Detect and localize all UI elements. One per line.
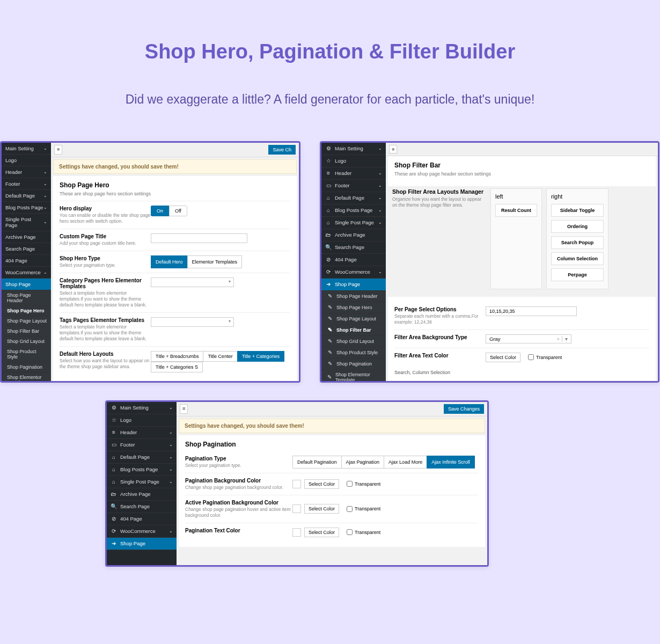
sidebar-subitem[interactable]: ✎Shop Pagination: [321, 358, 386, 370]
sidebar-subitem[interactable]: ✎Shop Product Style: [321, 347, 386, 358]
sidebar-item[interactable]: ⌂Single Post Page⌄: [107, 476, 177, 488]
sidebar-subitem[interactable]: ➜Shop Page: [321, 279, 386, 291]
toggle-off[interactable]: Off: [169, 206, 187, 216]
sidebar-item[interactable]: ⌂Default Page⌄: [107, 451, 177, 464]
option-button[interactable]: Ajax Pagination: [341, 456, 385, 469]
transparent-label: Transparent: [355, 506, 380, 511]
sidebar-subitem[interactable]: ✎Shop Grid Layout: [321, 336, 386, 347]
sidebar-item[interactable]: ≡Header⌄: [321, 167, 386, 180]
option-button[interactable]: Title Center: [203, 351, 237, 362]
sidebar-subitem[interactable]: Shop Page Layout: [2, 316, 51, 326]
save-button[interactable]: Save Ch: [268, 145, 296, 155]
sidebar-subitem[interactable]: Shop Filter Bar: [2, 326, 51, 336]
select-color-button[interactable]: Select Color: [486, 353, 520, 362]
layout-card[interactable]: Perpage: [551, 268, 604, 281]
sidebar-subitem[interactable]: Shop Elementor Template: [2, 372, 51, 381]
option-button[interactable]: Title + Categories: [237, 351, 284, 362]
sidebar-item[interactable]: ⊘404 Page: [321, 254, 386, 266]
sidebar-item[interactable]: Footer⌄: [2, 178, 51, 190]
layout-card[interactable]: Result Count: [495, 204, 537, 217]
chevron-down-icon[interactable]: ▾: [562, 336, 568, 342]
select-color-button[interactable]: Select Color: [304, 479, 339, 489]
sidebar-item[interactable]: ⌂Single Post Page⌄: [321, 217, 386, 229]
sidebar-item[interactable]: ☆Logo: [107, 414, 177, 427]
sidebar-item[interactable]: ☆Logo: [321, 155, 386, 167]
sidebar-subitem[interactable]: Shop Page Header: [2, 290, 51, 306]
sidebar-subitem[interactable]: ✎Shop Page Header: [321, 291, 386, 302]
sidebar-item[interactable]: ⚙Main Setting⌄: [107, 402, 177, 414]
option-button[interactable]: Default Hero: [151, 255, 188, 268]
sidebar-item[interactable]: ▭Footer⌄: [107, 439, 177, 451]
sidebar-item[interactable]: Main Setting⌄: [2, 143, 51, 155]
color-swatch[interactable]: [292, 504, 301, 513]
sidebar-subitem[interactable]: ✎Shop Page Layout: [321, 313, 386, 325]
option-button[interactable]: Title + Categories S: [151, 362, 203, 372]
option-button[interactable]: Ajax Infinite Scroll: [427, 456, 475, 469]
sidebar-item[interactable]: ⚙Main Setting⌄: [321, 143, 386, 155]
sidebar-subitem[interactable]: ➜Shop Page: [107, 538, 177, 550]
sidebar-item[interactable]: Search Page: [2, 243, 51, 255]
save-button[interactable]: Save Changes: [444, 404, 484, 414]
clear-icon[interactable]: ×: [554, 336, 562, 342]
sidebar-subitem[interactable]: ✎Shop Page Hero: [321, 302, 386, 313]
sidebar-item[interactable]: Archive Page: [2, 231, 51, 243]
transparent-checkbox[interactable]: [528, 354, 534, 360]
layout-card[interactable]: Sidebar Toggle: [551, 204, 604, 217]
collapse-icon[interactable]: ≡: [389, 145, 397, 153]
color-swatch[interactable]: [292, 528, 301, 537]
sidebar-item[interactable]: 🗁Archive Page: [107, 488, 177, 501]
sidebar-subitem[interactable]: ✎Shop Elementor Template: [321, 370, 386, 381]
sidebar-subitem[interactable]: Shop Page: [2, 279, 51, 290]
select-color-button[interactable]: Select Color: [304, 504, 339, 514]
sidebar-item[interactable]: ⊘404 Page: [107, 513, 177, 525]
color-swatch[interactable]: [292, 480, 301, 488]
sidebar-item[interactable]: ⌂Default Page⌄: [321, 192, 386, 204]
sidebar-item[interactable]: 🔍Search Page: [321, 241, 386, 254]
sidebar-item-label: Main Setting: [335, 145, 363, 151]
option-button[interactable]: Title + Breadcrumbs: [151, 351, 203, 362]
option-button[interactable]: Elementor Templates: [187, 255, 242, 268]
sidebar-item[interactable]: Single Post Page⌄: [2, 214, 51, 231]
transparent-checkbox[interactable]: [347, 506, 353, 512]
sidebar-item[interactable]: WooCommerce⌄: [2, 267, 51, 279]
sidebar-item[interactable]: ≡Header⌄: [107, 427, 177, 439]
layout-card[interactable]: Search Popup: [551, 236, 604, 249]
sidebar-item[interactable]: Default Page⌄: [2, 190, 51, 202]
sidebar-item[interactable]: ▭Footer⌄: [321, 180, 386, 192]
option-button[interactable]: Default Pagination: [292, 456, 342, 469]
sidebar-item[interactable]: Header⌄: [2, 166, 51, 178]
sidebar-item[interactable]: 404 Page: [2, 255, 51, 267]
sidebar-subitem[interactable]: ✎Shop Filter Bar: [321, 325, 386, 336]
sidebar-subitem[interactable]: Shop Grid Layout: [2, 336, 51, 347]
chevron-down-icon: ⌄: [169, 405, 173, 410]
toggle-on[interactable]: On: [151, 206, 169, 216]
layout-card[interactable]: Ordering: [551, 220, 604, 233]
option-button[interactable]: Ajax Load More: [384, 456, 427, 469]
custom-title-input[interactable]: [151, 233, 247, 243]
sidebar-item[interactable]: ⟳WooCommerce⌄: [107, 525, 177, 538]
sidebar-item[interactable]: 🗁Archive Page: [321, 229, 386, 241]
sidebar-item[interactable]: ⌂Blog Posts Page⌄: [321, 204, 386, 217]
sidebar-subitem[interactable]: Shop Pagination: [2, 362, 51, 372]
transparent-checkbox[interactable]: [347, 529, 353, 535]
sidebar-item[interactable]: Blog Posts Page⌄: [2, 202, 51, 214]
chevron-down-icon: ⌄: [378, 146, 382, 151]
bg-type-select[interactable]: Gray×▾: [486, 334, 571, 343]
select-color-button[interactable]: Select Color: [304, 528, 339, 537]
transparent-checkbox[interactable]: [347, 481, 353, 487]
template-select[interactable]: [151, 317, 234, 327]
sidebar-item[interactable]: ⟳WooCommerce⌄: [321, 266, 386, 279]
layout-card[interactable]: Column Selection: [551, 252, 604, 265]
collapse-icon[interactable]: ≡: [54, 145, 62, 155]
sidebar-subitem[interactable]: Shop Page Hero: [2, 306, 51, 316]
sidebar-item[interactable]: Logo: [2, 155, 51, 166]
field-label: Hero display: [60, 206, 151, 211]
collapse-icon[interactable]: ≡: [180, 404, 188, 414]
sidebar-item[interactable]: ⌂Blog Posts Page⌄: [107, 464, 177, 476]
sidebar: ⚙Main Setting⌄☆Logo≡Header⌄▭Footer⌄⌂Defa…: [107, 402, 177, 565]
sidebar-subitem[interactable]: Shop Product Style: [2, 347, 51, 362]
sidebar-item[interactable]: 🔍Search Page: [107, 501, 177, 513]
chevron-down-icon: ⌄: [169, 430, 173, 435]
perpage-input[interactable]: [486, 306, 577, 316]
template-select[interactable]: [151, 277, 234, 287]
